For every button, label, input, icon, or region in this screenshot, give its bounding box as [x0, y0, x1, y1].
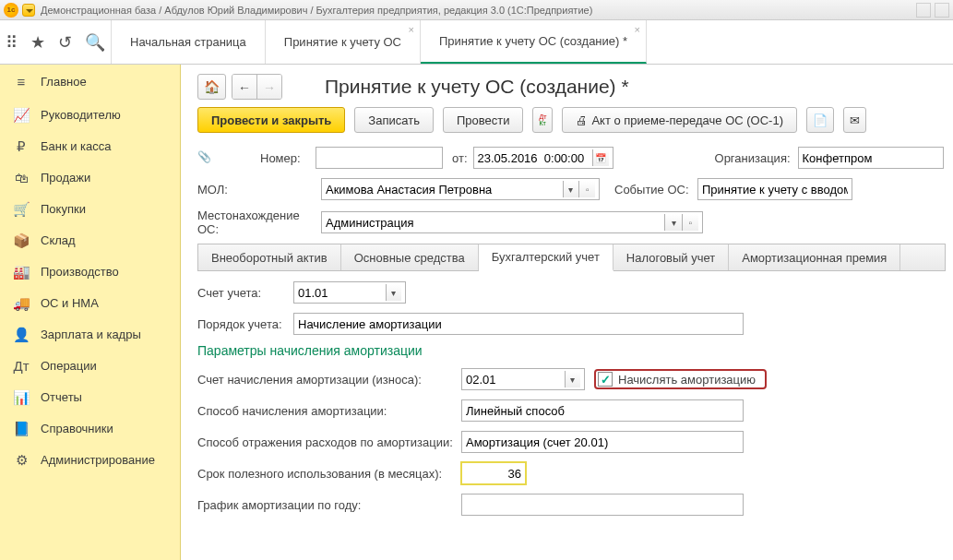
nav-back-button[interactable]: ←: [232, 75, 257, 100]
window-title: Демонстрационная база / Абдулов Юрий Вла…: [41, 5, 592, 16]
sidebar-item-label: Покупки: [41, 202, 86, 216]
dropdown-icon[interactable]: ▾: [386, 284, 401, 301]
tab-fixed-assets[interactable]: Основные средства: [341, 244, 479, 270]
app-menu-dropdown[interactable]: [22, 4, 35, 17]
sidebar-icon: 📦: [13, 232, 30, 249]
sidebar-icon: ₽: [13, 138, 30, 155]
mol-label: МОЛ:: [197, 183, 321, 197]
extra-button-1[interactable]: 📄: [806, 107, 834, 133]
tab-accounting[interactable]: Бухгалтерский учет: [479, 244, 613, 271]
sidebar-item[interactable]: ⚙Администрирование: [0, 445, 180, 476]
window-titlebar: 1c Демонстрационная база / Абдулов Юрий …: [0, 0, 953, 20]
tab-document-1[interactable]: Принятие к учету ОС×: [266, 20, 421, 64]
sidebar-icon: Дт: [13, 358, 30, 374]
sidebar-icon: 🛒: [13, 201, 30, 218]
sidebar-item[interactable]: 🏭Производство: [0, 256, 180, 288]
sidebar-icon: 📘: [13, 421, 30, 437]
life-input[interactable]: [466, 467, 521, 481]
sidebar-icon: ⚙: [13, 452, 30, 469]
amort-acc-label: Счет начисления амортизации (износа):: [197, 373, 461, 387]
open-icon[interactable]: ▫: [682, 214, 698, 231]
sidebar-item[interactable]: 📘Справочники: [0, 413, 180, 445]
sidebar-icon: 🚚: [13, 295, 30, 312]
account-label: Счет учета:: [197, 286, 293, 300]
app-logo-icon: 1c: [4, 3, 18, 18]
sidebar-item[interactable]: 📦Склад: [0, 225, 180, 256]
method-input[interactable]: [466, 404, 739, 418]
mol-input[interactable]: [326, 183, 563, 197]
sidebar-item-label: Банк и касса: [41, 139, 112, 153]
extra-button-2[interactable]: ✉: [843, 107, 866, 133]
history-icon[interactable]: ↺: [58, 32, 72, 53]
tab-label: Принятие к учету ОС: [284, 35, 401, 49]
number-label: Номер:: [260, 151, 316, 165]
window-control-icon[interactable]: [916, 3, 931, 18]
button-label: Акт о приеме-передаче ОС (ОС-1): [591, 113, 783, 127]
tab-home[interactable]: Начальная страница: [112, 20, 266, 64]
sidebar-item[interactable]: 🛍Продажи: [0, 162, 180, 194]
sidebar-icon: 🏭: [13, 264, 30, 280]
method-label: Способ начисления амортизации:: [197, 404, 461, 418]
nav-forward-button[interactable]: →: [257, 75, 281, 100]
sidebar-item[interactable]: ДтОперации: [0, 351, 180, 382]
sidebar-item-label: Справочники: [41, 422, 113, 435]
close-icon[interactable]: ×: [635, 24, 640, 35]
org-label: Организация:: [715, 151, 798, 165]
sidebar-item-label: Главное: [41, 75, 87, 89]
sidebar-item[interactable]: ₽Банк и касса: [0, 131, 180, 162]
dropdown-icon[interactable]: ▾: [565, 371, 580, 387]
sidebar-item[interactable]: 👤Зарплата и кадры: [0, 319, 180, 351]
sidebar-item-label: Отчеты: [41, 390, 82, 404]
post-button[interactable]: Провести: [443, 107, 524, 133]
sidebar-item-label: Руководителю: [41, 108, 121, 122]
org-input[interactable]: [803, 151, 939, 165]
sched-input[interactable]: [466, 498, 739, 512]
refl-input[interactable]: [466, 435, 739, 449]
sidebar-item[interactable]: 📊Отчеты: [0, 382, 180, 413]
event-input[interactable]: [702, 183, 848, 197]
charge-amort-label: Начислять амортизацию: [618, 373, 756, 387]
window-control-icon[interactable]: [935, 3, 949, 18]
sidebar-item-label: Операции: [41, 359, 97, 373]
apps-icon[interactable]: ⠿: [6, 32, 18, 53]
account-input[interactable]: [298, 286, 386, 300]
dropdown-icon[interactable]: ▾: [563, 181, 579, 197]
sidebar-item[interactable]: 📈Руководителю: [0, 100, 180, 131]
sidebar-item-label: Производство: [41, 265, 119, 279]
order-input[interactable]: [298, 317, 739, 331]
charge-amort-checkbox[interactable]: ✓: [598, 372, 613, 387]
post-and-close-button[interactable]: Провести и закрыть: [197, 107, 345, 133]
tab-noncurrent-asset[interactable]: Внеоборотный актив: [198, 244, 341, 270]
save-button[interactable]: Записать: [354, 107, 434, 133]
sidebar-icon: 📊: [13, 389, 30, 406]
attachment-icon[interactable]: 📎: [197, 150, 212, 165]
charge-amort-highlight: ✓ Начислять амортизацию: [594, 369, 767, 389]
sidebar-icon: 📈: [13, 107, 30, 124]
home-button[interactable]: 🏠: [197, 74, 226, 100]
sidebar-item[interactable]: ≡Главное: [0, 65, 180, 100]
location-input[interactable]: [326, 216, 664, 230]
sidebar-item[interactable]: 🚚ОС и НМА: [0, 288, 180, 319]
date-input[interactable]: [478, 151, 592, 165]
open-icon[interactable]: ▫: [578, 181, 595, 197]
print-report-button[interactable]: 🖨 Акт о приеме-передаче ОС (ОС-1): [562, 107, 797, 133]
tab-document-2[interactable]: Принятие к учету ОС (создание) *×: [421, 20, 647, 64]
sidebar: ≡Главное📈Руководителю₽Банк и касса🛍Прода…: [0, 65, 181, 560]
search-icon[interactable]: 🔍: [85, 32, 105, 53]
dt-kt-button[interactable]: ДтКт: [532, 107, 553, 133]
amort-acc-input[interactable]: [466, 373, 565, 387]
tab-bonus[interactable]: Амортизационная премия: [729, 244, 900, 270]
close-icon[interactable]: ×: [409, 24, 414, 35]
order-label: Порядок учета:: [197, 317, 293, 331]
sidebar-item-label: Администрирование: [41, 453, 155, 467]
date-picker-icon[interactable]: 📅: [592, 149, 609, 166]
tab-label: Принятие к учету ОС (создание) *: [439, 34, 627, 48]
sidebar-item[interactable]: 🛒Покупки: [0, 194, 180, 225]
tab-tax[interactable]: Налоговый учет: [613, 244, 729, 270]
sidebar-icon: ≡: [13, 74, 30, 89]
favorite-icon[interactable]: ★: [30, 32, 45, 53]
sched-label: График амортизации по году:: [197, 498, 461, 512]
number-input[interactable]: [320, 151, 438, 165]
dropdown-icon[interactable]: ▾: [664, 214, 681, 231]
page-title: Принятие к учету ОС (создание) *: [325, 76, 629, 98]
